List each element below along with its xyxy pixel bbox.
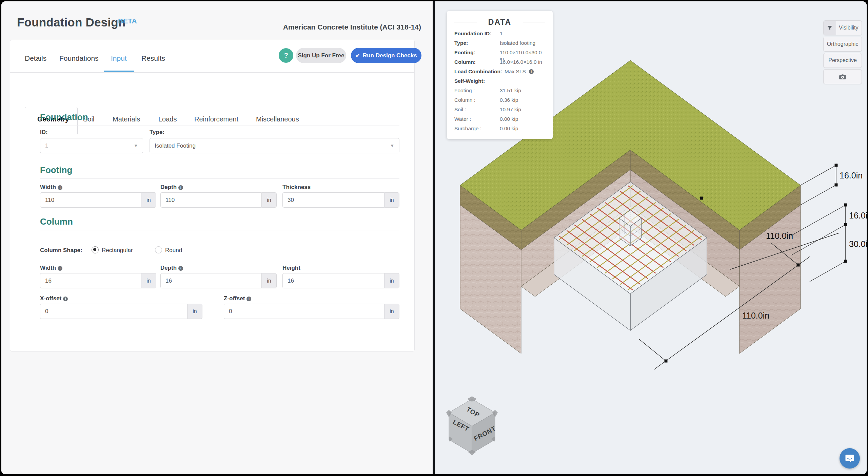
chat-button[interactable] [840, 448, 860, 469]
column-height-group: in [282, 273, 399, 288]
page-title: Foundation Design [17, 16, 125, 29]
subtab-reinforcement[interactable]: Reinforcement [194, 115, 238, 123]
signup-button[interactable]: Sign Up For Free [296, 48, 346, 63]
xoffset-group: in [40, 304, 202, 319]
column-depth-unit: in [261, 273, 277, 288]
data-row: Load Combination:Max SLSi [454, 69, 546, 75]
screenshot-button[interactable] [823, 69, 862, 84]
active-tab-underline [104, 71, 134, 72]
divider [40, 230, 399, 230]
data-row: Footing :31.51 kip [454, 88, 546, 94]
footing-width-group: in [40, 192, 156, 208]
info-icon[interactable]: i [58, 185, 62, 190]
data-row: Water :0.00 kip [454, 116, 546, 123]
chevron-down-icon: ▼ [134, 143, 138, 148]
xoffset-input[interactable] [40, 304, 187, 319]
info-icon[interactable]: i [178, 266, 183, 271]
footing-width-unit: in [141, 192, 156, 208]
data-row: Footing:110.0×110.0×30.0 in [454, 50, 546, 56]
footing-thickness-input[interactable] [282, 192, 384, 208]
perspective-button[interactable]: Perspective [823, 53, 862, 68]
footing-width-label: Widthi [40, 184, 62, 191]
zoffset-input[interactable] [224, 304, 384, 319]
column-height-label: Height [282, 265, 300, 271]
sub-tabs: Geometry Soil Materials Loads Reinforcem… [10, 73, 414, 101]
column-height-input[interactable] [282, 273, 384, 288]
info-icon[interactable]: i [178, 185, 183, 190]
footing-section-title: Footing [40, 165, 72, 175]
column-width-group: in [40, 273, 156, 288]
visibility-button[interactable]: Visibility [823, 20, 862, 35]
footing-depth-label: Depthi [160, 184, 183, 191]
divider [454, 22, 477, 22]
xoffset-unit: in [187, 304, 202, 319]
zoffset-unit: in [384, 304, 399, 319]
footing-thickness-label: Thickness [282, 184, 311, 191]
zoffset-group: in [224, 304, 399, 319]
divider [40, 126, 399, 126]
input-card: Details Foundations Input Results ? Sign… [10, 40, 415, 351]
column-depth-group: in [160, 273, 277, 288]
column-height-unit: in [384, 273, 399, 288]
orthographic-button[interactable]: Orthographic [823, 37, 862, 52]
app-window: Foundation Design BETA American Concrete… [1, 1, 867, 474]
subtab-materials[interactable]: Materials [113, 115, 140, 123]
info-icon[interactable]: i [246, 297, 251, 301]
tab-results[interactable]: Results [141, 54, 165, 62]
divider [523, 22, 545, 22]
camera-icon [839, 74, 846, 80]
help-button[interactable]: ? [279, 48, 293, 63]
info-icon[interactable]: i [58, 266, 62, 271]
chevron-down-icon: ▼ [390, 143, 394, 148]
tab-input[interactable]: Input [111, 54, 127, 62]
radio-round[interactable]: Round [155, 246, 182, 254]
subtab-loads[interactable]: Loads [158, 115, 177, 123]
beta-badge: BETA [118, 17, 137, 25]
zoffset-label: Z-offseti [224, 295, 251, 302]
tab-foundations[interactable]: Foundations [59, 54, 99, 62]
divider [40, 178, 399, 179]
data-row: Self-Weight: [454, 78, 546, 85]
footing-thickness-unit: in [384, 192, 399, 208]
design-code-label: American Concrete Institute (ACI 318-14) [283, 23, 421, 31]
xoffset-label: X-offseti [40, 295, 68, 302]
column-depth-label: Depthi [160, 265, 183, 271]
data-row: Column:16.0×16.0×16.0 in [454, 59, 546, 66]
data-row: Surcharge :0.00 kip [454, 126, 546, 132]
subtab-miscellaneous[interactable]: Miscellaneous [256, 115, 299, 123]
foundation-section-title: Foundation [40, 112, 88, 122]
radio-rectangular[interactable]: Rectangular [92, 246, 133, 254]
subtab-border [24, 134, 401, 134]
check-icon: ✔ [355, 53, 360, 59]
radio-unselected-icon [155, 246, 162, 253]
footing-depth-group: in [160, 192, 277, 208]
type-label: Type: [150, 129, 164, 136]
column-section-title: Column [40, 216, 73, 227]
tab-details[interactable]: Details [25, 54, 46, 62]
id-label: ID: [40, 129, 48, 136]
view-controls: Visibility Orthographic Perspective [823, 20, 862, 85]
data-row: Foundation ID:1 [454, 31, 546, 37]
footing-thickness-group: in [282, 192, 399, 208]
column-width-input[interactable] [40, 273, 141, 288]
run-design-checks-button[interactable]: ✔ Run Design Checks [351, 48, 421, 63]
footing-depth-input[interactable] [160, 192, 261, 208]
info-icon[interactable]: i [63, 297, 68, 301]
foundation-id-select[interactable]: 1 ▼ [40, 138, 143, 153]
footing-depth-unit: in [261, 192, 277, 208]
column-width-label: Widthi [40, 265, 62, 271]
data-row: Column :0.36 kip [454, 97, 546, 104]
data-row: Type:Isolated footing [454, 40, 546, 47]
column-width-unit: in [141, 273, 156, 288]
main-tabs: Details Foundations Input Results ? Sign… [10, 40, 414, 73]
input-pane: Foundation Design BETA American Concrete… [1, 1, 433, 474]
data-row: Soil :10.97 kip [454, 107, 546, 113]
foundation-type-select[interactable]: Isolated Footing ▼ [150, 138, 399, 153]
chat-icon [845, 453, 855, 463]
footing-width-input[interactable] [40, 192, 141, 208]
info-icon[interactable]: i [529, 69, 534, 74]
data-panel: DATA Foundation ID:1 Type:Isolated footi… [447, 11, 553, 139]
column-shape-label: Column Shape: [40, 247, 82, 254]
radio-selected-icon [92, 246, 99, 253]
column-depth-input[interactable] [160, 273, 261, 288]
